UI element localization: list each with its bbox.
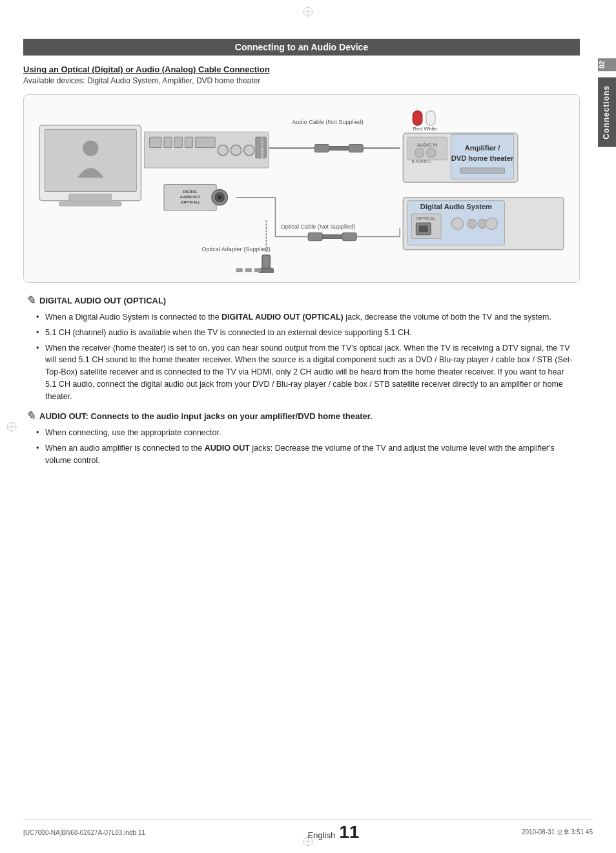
svg-point-13 <box>83 140 98 156</box>
svg-rect-74 <box>259 268 273 273</box>
svg-rect-17 <box>174 137 182 147</box>
svg-text:Red: Red <box>413 126 422 132</box>
svg-rect-36 <box>349 144 363 152</box>
svg-text:R.AUDIO L: R.AUDIO L <box>411 159 431 163</box>
connections-tab: Connections <box>598 77 616 147</box>
svg-rect-38 <box>413 111 422 125</box>
svg-text:AUDIO IN: AUDIO IN <box>417 143 438 148</box>
svg-point-24 <box>244 145 254 156</box>
note-icon-audio: ✎ <box>26 409 36 423</box>
section-sub: Available devices: Digital Audio System,… <box>23 76 580 85</box>
svg-rect-16 <box>164 137 172 147</box>
digital-bullet-2: 5.1 CH (channel) audio is available when… <box>36 327 577 339</box>
svg-text:Digital Audio System: Digital Audio System <box>420 203 492 211</box>
svg-point-59 <box>451 218 463 229</box>
audio-bullet-1: When connecting, use the appropriate con… <box>36 427 577 439</box>
digital-bullet-1: When a Digital Audio System is connected… <box>36 311 577 324</box>
audio-note-list: When connecting, use the appropriate con… <box>26 427 577 466</box>
audio-title-text: AUDIO OUT: Connects to the audio input j… <box>39 411 373 421</box>
svg-rect-19 <box>196 137 215 147</box>
digital-title-text: DIGITAL AUDIO OUT (OPTICAL) <box>39 296 166 305</box>
page-title: Connecting to an Audio Device <box>23 39 580 56</box>
footer-left: [UC7000-NA]BN68-02627A-07L03.indb 11 <box>23 829 145 836</box>
footer-english: English <box>308 830 336 840</box>
section-heading: Using an Optical (Digital) or Audio (Ana… <box>23 65 580 74</box>
svg-point-22 <box>218 145 228 156</box>
notes-section: ✎ DIGITAL AUDIO OUT (OPTICAL) When a Dig… <box>23 293 580 467</box>
svg-rect-34 <box>314 144 329 152</box>
note-icon-digital: ✎ <box>26 293 36 307</box>
svg-text:AUDIO OUT: AUDIO OUT <box>180 195 201 199</box>
svg-point-45 <box>415 149 424 158</box>
audio-note-title: ✎ AUDIO OUT: Connects to the audio input… <box>26 409 577 423</box>
svg-point-62 <box>486 218 497 229</box>
svg-rect-12 <box>59 202 121 206</box>
svg-text:Optical Adapter (Supplied): Optical Adapter (Supplied) <box>201 246 271 252</box>
svg-text:DIGITAL: DIGITAL <box>183 190 198 194</box>
side-tab-number: 02 <box>598 58 616 71</box>
svg-rect-67 <box>308 232 322 240</box>
svg-point-46 <box>427 149 436 158</box>
footer: [UC7000-NA]BN68-02627A-07L03.indb 11 Eng… <box>23 819 593 841</box>
footer-page: English 11 <box>308 823 360 841</box>
svg-rect-69 <box>342 232 356 240</box>
svg-text:Optical Cable (Not Supplied): Optical Cable (Not Supplied) <box>281 223 356 230</box>
svg-text:AUDIO OUT: AUDIO OUT <box>260 136 264 158</box>
diagram-box: AUDIO OUT DIGITAL AUDIO OUT (OPTICAL) Au… <box>23 94 580 283</box>
digital-note-list: When a Digital Audio System is connected… <box>26 311 577 402</box>
svg-text:Amplifier /: Amplifier / <box>465 144 500 152</box>
digital-note-title: ✎ DIGITAL AUDIO OUT (OPTICAL) <box>26 293 577 307</box>
svg-point-31 <box>218 196 221 200</box>
svg-rect-18 <box>185 137 192 147</box>
svg-text:Audio Cable (Not Supplied): Audio Cable (Not Supplied) <box>292 119 364 125</box>
svg-rect-75 <box>236 268 243 272</box>
svg-rect-58 <box>419 225 428 232</box>
svg-text:(OPTICAL): (OPTICAL) <box>181 200 199 204</box>
svg-text:OPTICAL: OPTICAL <box>416 216 436 221</box>
footer-page-number: 11 <box>339 823 359 841</box>
svg-rect-77 <box>254 268 261 272</box>
digital-bullet-3: When the receiver (home theater) is set … <box>36 342 577 403</box>
svg-rect-39 <box>426 111 435 125</box>
svg-rect-11 <box>69 194 112 202</box>
connection-diagram: AUDIO OUT DIGITAL AUDIO OUT (OPTICAL) Au… <box>33 105 570 273</box>
svg-rect-15 <box>150 137 161 147</box>
svg-rect-35 <box>329 147 349 150</box>
side-tab-label: Connections <box>602 85 611 139</box>
svg-text:White: White <box>424 126 438 132</box>
svg-rect-68 <box>322 235 342 239</box>
svg-point-60 <box>467 219 477 228</box>
svg-text:DVD home theater: DVD home theater <box>451 154 514 162</box>
audio-bullet-2: When an audio amplifier is connected to … <box>36 442 577 467</box>
svg-rect-73 <box>262 255 270 268</box>
footer-right: 2010-08-31 오후 3:51 45 <box>522 828 593 837</box>
svg-rect-76 <box>245 268 252 272</box>
svg-rect-43 <box>407 137 447 160</box>
svg-rect-51 <box>460 168 505 173</box>
svg-point-23 <box>231 145 241 156</box>
svg-rect-10 <box>45 129 136 191</box>
